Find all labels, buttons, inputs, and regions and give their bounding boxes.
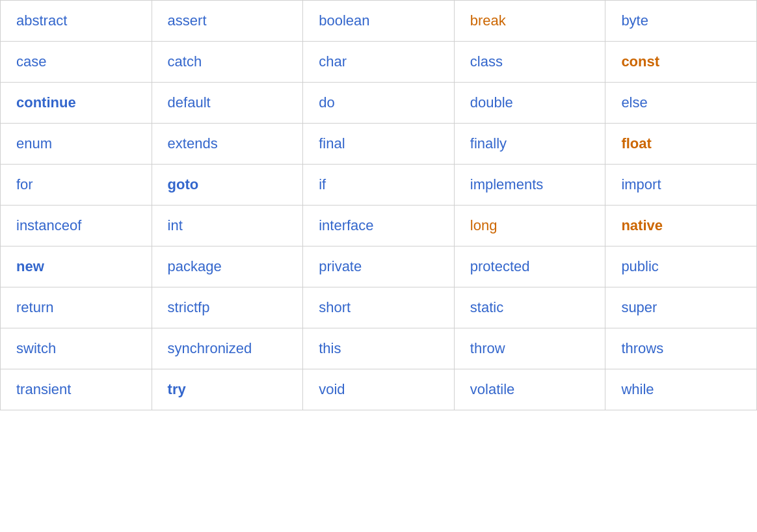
keyword-cell: continue <box>1 83 152 124</box>
keywords-table: abstractassertbooleanbreakbytecasecatchc… <box>0 0 757 410</box>
keyword-cell: goto <box>152 165 303 206</box>
keyword-cell: new <box>1 246 152 287</box>
keyword-cell: void <box>303 369 455 410</box>
keyword-cell: for <box>1 165 152 206</box>
table-row: casecatchcharclassconst <box>1 42 757 83</box>
keyword-cell: boolean <box>303 1 455 42</box>
table-row: continuedefaultdodoubleelse <box>1 83 757 124</box>
keyword-cell: interface <box>303 206 455 246</box>
keyword-cell: float <box>605 124 757 165</box>
keyword-cell: byte <box>605 1 757 42</box>
keyword-cell: transient <box>1 369 152 410</box>
keyword-cell: final <box>303 124 455 165</box>
keyword-cell: private <box>303 246 455 287</box>
keyword-cell: char <box>303 42 455 83</box>
keyword-cell: else <box>605 83 757 124</box>
keyword-cell: public <box>605 246 757 287</box>
keyword-cell: enum <box>1 124 152 165</box>
keyword-cell: return <box>1 287 152 328</box>
keyword-cell: assert <box>152 1 303 42</box>
keyword-cell: import <box>605 165 757 206</box>
keyword-cell: short <box>303 287 455 328</box>
keyword-cell: if <box>303 165 455 206</box>
table-row: returnstrictfpshortstaticsuper <box>1 287 757 328</box>
keyword-cell: throw <box>454 328 605 369</box>
keyword-cell: package <box>152 246 303 287</box>
keyword-cell: long <box>454 206 605 246</box>
keyword-cell: double <box>454 83 605 124</box>
table-row: newpackageprivateprotectedpublic <box>1 246 757 287</box>
keyword-cell: case <box>1 42 152 83</box>
keyword-cell: catch <box>152 42 303 83</box>
keyword-cell: abstract <box>1 1 152 42</box>
keyword-cell: throws <box>605 328 757 369</box>
keyword-cell: volatile <box>454 369 605 410</box>
keyword-cell: default <box>152 83 303 124</box>
keyword-cell: do <box>303 83 455 124</box>
keyword-cell: int <box>152 206 303 246</box>
keyword-cell: strictfp <box>152 287 303 328</box>
keyword-cell: implements <box>454 165 605 206</box>
table-row: instanceofintinterfacelongnative <box>1 206 757 246</box>
table-row: enumextendsfinalfinallyfloat <box>1 124 757 165</box>
keyword-cell: super <box>605 287 757 328</box>
keyword-cell: const <box>605 42 757 83</box>
keyword-cell: class <box>454 42 605 83</box>
keyword-cell: instanceof <box>1 206 152 246</box>
keyword-cell: synchronized <box>152 328 303 369</box>
keyword-cell: while <box>605 369 757 410</box>
table-row: abstractassertbooleanbreakbyte <box>1 1 757 42</box>
keyword-cell: try <box>152 369 303 410</box>
keyword-cell: native <box>605 206 757 246</box>
keyword-cell: static <box>454 287 605 328</box>
keyword-cell: break <box>454 1 605 42</box>
keyword-cell: extends <box>152 124 303 165</box>
table-row: switchsynchronizedthisthrowthrows <box>1 328 757 369</box>
keyword-cell: switch <box>1 328 152 369</box>
keyword-cell: finally <box>454 124 605 165</box>
table-row: forgotoifimplementsimport <box>1 165 757 206</box>
table-row: transienttryvoidvolatilewhile <box>1 369 757 410</box>
keyword-cell: this <box>303 328 455 369</box>
keyword-cell: protected <box>454 246 605 287</box>
